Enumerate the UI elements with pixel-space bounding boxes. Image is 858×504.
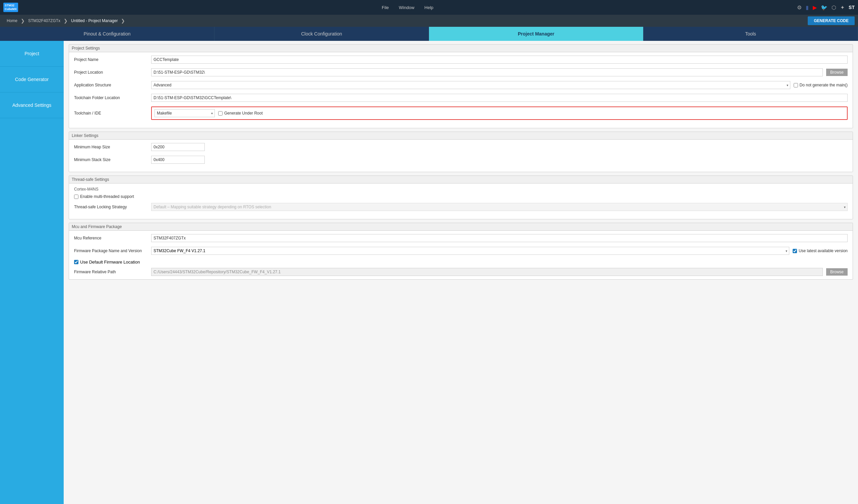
app-structure-select[interactable]: Basic Advanced — [151, 81, 790, 89]
mcu-firmware-body: Mcu Reference Firmware Package Name and … — [69, 231, 853, 279]
settings-icon[interactable]: ⚙ — [797, 4, 802, 11]
min-stack-row: Minimum Stack Size — [74, 156, 847, 164]
sidebar: Project Code Generator Advanced Settings — [0, 41, 64, 504]
min-heap-row: Minimum Heap Size — [74, 143, 847, 151]
thread-safe-header: Thread-safe Settings — [69, 176, 853, 183]
min-heap-label: Minimum Heap Size — [74, 145, 148, 149]
project-settings-body: Project Name Project Location Browse App… — [69, 52, 853, 128]
locking-strategy-select-wrapper: Default – Mapping suitable strategy depe… — [151, 203, 847, 211]
toolchain-ide-row: Toolchain / IDE Makefile STM32CubeIDE EW… — [74, 107, 847, 120]
breadcrumb-project[interactable]: Untitled - Project Manager — [68, 18, 121, 23]
fw-select-wrapper: STM32Cube FW_F4 V1.27.1 ▾ — [151, 247, 789, 255]
use-latest-checkbox[interactable] — [793, 249, 797, 253]
fw-path-label: Firmware Relative Path — [74, 270, 148, 274]
mcu-firmware-section: Mcu and Firmware Package Mcu Reference F… — [69, 223, 853, 280]
toolchain-folder-label: Toolchain Folder Location — [74, 95, 148, 100]
logo-line1: STM32 — [5, 4, 17, 7]
sidebar-item-project[interactable]: Project — [0, 41, 64, 67]
app-structure-row: Application Structure Basic Advanced ▾ D… — [74, 81, 847, 89]
project-name-input[interactable] — [151, 55, 847, 64]
facebook-icon[interactable]: ▮ — [806, 4, 809, 11]
thread-safe-body: Cortex-M4NS Enable multi-threaded suppor… — [69, 183, 853, 219]
project-location-label: Project Location — [74, 70, 148, 75]
content-area: Project Settings Project Name Project Lo… — [64, 41, 858, 504]
use-latest-text: Use latest available version — [799, 248, 847, 253]
menu-file[interactable]: File — [382, 5, 389, 10]
youtube-icon[interactable]: ▶ — [813, 4, 817, 11]
do-not-generate-main-text: Do not generate the main() — [800, 83, 847, 87]
linker-settings-body: Minimum Heap Size Minimum Stack Size — [69, 140, 853, 172]
project-name-label: Project Name — [74, 57, 148, 62]
project-name-row: Project Name — [74, 55, 847, 64]
enable-thread-row: Enable multi-threaded support — [74, 194, 847, 199]
use-default-row: Use Default Firmware Location — [74, 260, 847, 264]
project-settings-section: Project Settings Project Name Project Lo… — [69, 44, 853, 128]
fw-path-browse-button[interactable]: Browse — [826, 268, 847, 276]
locking-strategy-label: Thread-safe Locking Strategy — [74, 205, 148, 209]
breadcrumb-device[interactable]: STM32F407ZGTx — [25, 18, 64, 23]
logo-line2: CubeMX — [5, 7, 17, 11]
app-logo: STM32 CubeMX — [3, 3, 18, 12]
sidebar-item-code-generator[interactable]: Code Generator — [0, 67, 64, 93]
breadcrumb-arrow2: ❯ — [64, 18, 68, 23]
use-latest-label: Use latest available version — [793, 248, 847, 253]
github-icon[interactable]: ⬡ — [831, 4, 836, 11]
min-stack-input[interactable] — [151, 156, 205, 164]
tab-bar: Pinout & Configuration Clock Configurati… — [0, 27, 858, 41]
twitter-icon[interactable]: 🐦 — [821, 4, 827, 11]
project-location-row: Project Location Browse — [74, 68, 847, 76]
sidebar-item-advanced-settings[interactable]: Advanced Settings — [0, 93, 64, 118]
tab-pinout[interactable]: Pinout & Configuration — [0, 27, 214, 41]
mcu-ref-row: Mcu Reference — [74, 234, 847, 242]
min-stack-label: Minimum Stack Size — [74, 158, 148, 162]
mcu-ref-label: Mcu Reference — [74, 236, 148, 241]
breadcrumb-bar: Home ❯ STM32F407ZGTx ❯ Untitled - Projec… — [0, 15, 858, 27]
toolchain-folder-input[interactable] — [151, 94, 847, 102]
logo-box: STM32 CubeMX — [3, 3, 18, 12]
enable-thread-label: Enable multi-threaded support — [74, 194, 134, 199]
toolchain-ide-highlighted-area: Makefile STM32CubeIDE EWARM MDK-ARM ▾ Ge… — [151, 107, 847, 120]
fw-name-label: Firmware Package Name and Version — [74, 248, 148, 253]
use-default-firmware-text: Use Default Firmware Location — [80, 260, 140, 264]
app-structure-label: Application Structure — [74, 83, 148, 87]
locking-strategy-select[interactable]: Default – Mapping suitable strategy depe… — [151, 203, 847, 211]
core-label: Cortex-M4NS — [74, 187, 847, 192]
toolchain-folder-row: Toolchain Folder Location — [74, 94, 847, 102]
menu-help[interactable]: Help — [424, 5, 433, 10]
fw-path-input[interactable] — [151, 268, 823, 276]
toolchain-ide-label: Toolchain / IDE — [74, 111, 148, 115]
min-heap-input[interactable] — [151, 143, 205, 151]
use-default-firmware-checkbox[interactable] — [74, 260, 78, 264]
generate-code-button[interactable]: GENERATE CODE — [808, 16, 855, 25]
menu-window[interactable]: Window — [399, 5, 414, 10]
top-menu: File Window Help — [25, 5, 790, 10]
st-icon[interactable]: ST — [848, 5, 855, 10]
tab-tools[interactable]: Tools — [644, 27, 858, 41]
toolchain-select-wrapper: Makefile STM32CubeIDE EWARM MDK-ARM ▾ — [155, 109, 215, 117]
breadcrumb-arrow3: ❯ — [121, 18, 125, 23]
mcu-ref-input[interactable] — [151, 234, 847, 242]
fw-path-row: Firmware Relative Path Browse — [74, 268, 847, 276]
mcu-firmware-header: Mcu and Firmware Package — [69, 223, 853, 231]
app-structure-select-wrapper: Basic Advanced ▾ — [151, 81, 790, 89]
star-icon[interactable]: ✦ — [840, 4, 845, 11]
fw-name-select[interactable]: STM32Cube FW_F4 V1.27.1 — [151, 247, 789, 255]
top-icons: ⚙ ▮ ▶ 🐦 ⬡ ✦ ST — [797, 4, 855, 11]
do-not-generate-main-checkbox[interactable] — [794, 83, 798, 87]
locking-strategy-row: Thread-safe Locking Strategy Default – M… — [74, 203, 847, 211]
linker-settings-header: Linker Settings — [69, 132, 853, 140]
project-location-browse-button[interactable]: Browse — [826, 69, 847, 76]
tab-clock[interactable]: Clock Configuration — [214, 27, 429, 41]
generate-under-root-checkbox[interactable] — [218, 111, 223, 115]
toolchain-ide-select[interactable]: Makefile STM32CubeIDE EWARM MDK-ARM — [155, 109, 215, 117]
fw-name-row: Firmware Package Name and Version STM32C… — [74, 247, 847, 255]
top-bar: STM32 CubeMX File Window Help ⚙ ▮ ▶ 🐦 ⬡ … — [0, 0, 858, 15]
project-location-input[interactable] — [151, 68, 823, 76]
tab-project-manager[interactable]: Project Manager — [429, 27, 644, 41]
thread-safe-section: Thread-safe Settings Cortex-M4NS Enable … — [69, 176, 853, 220]
generate-under-root-text: Generate Under Root — [224, 111, 263, 115]
breadcrumb-home[interactable]: Home — [3, 18, 21, 23]
enable-thread-checkbox[interactable] — [74, 195, 78, 199]
linker-settings-section: Linker Settings Minimum Heap Size Minimu… — [69, 132, 853, 172]
breadcrumb-arrow1: ❯ — [21, 18, 25, 23]
